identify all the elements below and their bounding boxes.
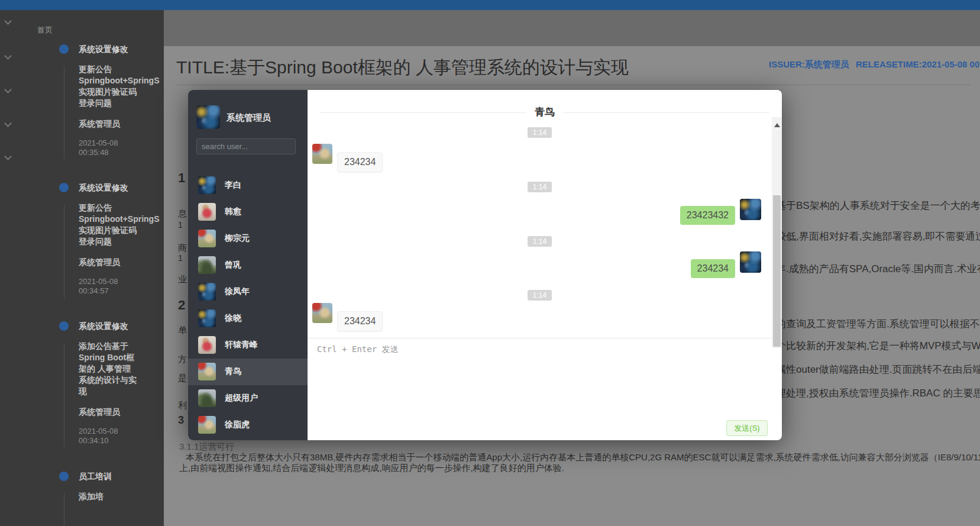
- user-list-item-李白[interactable]: 李白: [188, 172, 308, 199]
- timeline-item-title: 系统设置修改: [79, 183, 164, 193]
- user-avatar: [198, 230, 216, 247]
- user-list-item-柳宗元[interactable]: 柳宗元: [188, 225, 308, 252]
- article-text-fragment: 2: [178, 298, 185, 313]
- article-paragraph-line: 本系统在打包之后整体大小只有38MB,硬件内存需求相当于一个移动端的普通App大…: [186, 452, 980, 463]
- input-area-divider: [308, 338, 772, 338]
- article-title: TITLE:基于Spring Boot框架的 人事管理系统的设计与实现: [176, 56, 629, 80]
- article-text-fragment: 年.成熟的产品有SPA,Oracle等.国内而言.术业有专攻.不同: [776, 262, 980, 276]
- user-list-item-徐晓[interactable]: 徐晓: [188, 305, 308, 332]
- user-avatar: [198, 203, 216, 221]
- timeline-date-line: 2021-05-08: [79, 138, 164, 148]
- user-list-item-轩辕青峰[interactable]: 轩辕青峰: [188, 332, 308, 359]
- timeline-body-line: 更新公告: [79, 64, 164, 75]
- current-user-name: 系统管理员: [227, 112, 271, 124]
- article-paragraph-line: 上,由前端视图操作通知,结合后端逻辑处理消息构成,响应用户的每一步操作,构建了良…: [179, 463, 564, 474]
- scroll-up-icon[interactable]: [774, 123, 780, 127]
- user-name: 徐晓: [225, 313, 241, 324]
- user-avatar: [198, 256, 216, 274]
- timeline-body-line: 实现图片验证码: [79, 86, 164, 98]
- timeline-dot: [59, 44, 69, 54]
- timeline-dot: [59, 472, 69, 481]
- article-text-fragment: 属性outer做前端路由处理.页面跳转不在由后端处理,前后端: [776, 363, 980, 376]
- message-timestamp: 1:14: [528, 236, 552, 247]
- timeline-date-line: 2021-05-08: [79, 277, 164, 286]
- timeline-body-line: 现: [79, 386, 164, 397]
- article-text-fragment: 方: [178, 354, 187, 365]
- timeline-line: [64, 205, 64, 298]
- timeline-item-body: 添加公告基于Spring Boot框架的 人事管理系统的设计与实现: [79, 341, 164, 397]
- chat-scrollbar-thumb[interactable]: [773, 195, 781, 347]
- user-list-item-青鸟[interactable]: 青鸟: [188, 359, 308, 385]
- user-name: 轩辕青峰: [225, 340, 258, 350]
- article-text-fragment: 3: [178, 414, 184, 427]
- timeline-item-title: 员工培训: [79, 472, 164, 482]
- chat-peer-title: 青鸟: [526, 105, 563, 119]
- timeline-dot: [59, 183, 69, 192]
- chevron-down-icon[interactable]: [4, 52, 12, 60]
- user-list-item-韩愈[interactable]: 韩愈: [188, 199, 308, 225]
- user-list-item-曾巩[interactable]: 曾巩: [188, 252, 308, 279]
- timeline-date-line: 00:34:10: [79, 436, 164, 446]
- article-text-fragment: 是: [178, 373, 187, 384]
- send-button[interactable]: 发送(S): [726, 420, 768, 436]
- user-name: 青鸟: [225, 366, 241, 377]
- message-timestamp: 1:14: [528, 127, 552, 138]
- title-divider: [176, 85, 970, 85]
- timeline-date-line: 00:34:57: [79, 286, 164, 296]
- user-list-item-徐凤年[interactable]: 徐凤年: [188, 279, 308, 305]
- article-text-fragment: 息: [178, 208, 187, 220]
- timeline-body-line: Springboot+SpringS: [79, 214, 164, 225]
- timeline-item-body: 添加培: [79, 491, 164, 502]
- home-menu-item[interactable]: 首页: [37, 25, 53, 36]
- article-text-fragment: 业: [178, 274, 187, 285]
- chevron-down-icon[interactable]: [4, 153, 12, 160]
- timeline-body-line: Springboot+SpringS: [79, 75, 164, 86]
- timeline-line: [64, 493, 64, 526]
- timeline-body-line: 更新公告: [79, 202, 164, 214]
- message-timestamp: 1:14: [528, 182, 552, 192]
- message-timestamp: 1:14: [528, 290, 552, 301]
- message-bubble: 234234: [337, 152, 383, 172]
- timeline-item-title: 系统设置修改: [79, 321, 164, 331]
- user-name: 超级用户: [225, 393, 258, 404]
- timeline-body-line: 添加公告基于: [79, 341, 164, 352]
- timeline-line: [64, 343, 64, 447]
- article-text-fragment: 1: [178, 253, 183, 263]
- chevron-down-icon[interactable]: [4, 86, 12, 93]
- timeline-item-date: 2021-05-0800:34:57: [79, 277, 164, 296]
- timeline-item-author: 系统管理员: [79, 407, 164, 417]
- user-name: 徐脂虎: [225, 419, 250, 430]
- article-text-fragment: 较低,界面相对好看,实施部署容易,即不需要通过SaaS平台: [776, 230, 980, 243]
- timeline-item-body: 更新公告Springboot+SpringS实现图片验证码登录问题: [79, 64, 164, 109]
- user-avatar: [198, 176, 216, 194]
- article-text-fragment: 的查询及工资管理等方面.系统管理可以根据不同的角色分配: [776, 317, 980, 331]
- timeline-body-line: 登录问题: [79, 98, 164, 109]
- message-avatar: [312, 144, 332, 164]
- message-input[interactable]: [310, 340, 724, 417]
- user-name: 李白: [225, 180, 241, 191]
- user-list-item-徐脂虎[interactable]: 徐脂虎: [188, 412, 308, 438]
- article-text-fragment: 理处理,授权由系统管理员操作.RBAC 的主要思想是：权限是: [776, 386, 980, 400]
- article-text-fragment: 1: [178, 170, 185, 186]
- user-list-item-超级用户[interactable]: 超级用户: [188, 385, 308, 412]
- current-user-avatar: [196, 105, 220, 129]
- message-avatar: [740, 251, 761, 273]
- search-user-input[interactable]: [196, 138, 296, 154]
- chevron-down-icon[interactable]: [4, 17, 12, 25]
- message-avatar: [740, 199, 761, 220]
- timeline-item: 系统设置修改更新公告Springboot+SpringS实现图片验证码登录问题系…: [79, 183, 164, 296]
- chevron-down-icon[interactable]: [4, 120, 12, 127]
- timeline-sidebar: 首页 系统设置修改更新公告Springboot+SpringS实现图片验证码登录…: [0, 10, 164, 526]
- chat-user-panel: 系统管理员 李白韩愈柳宗元曾巩徐凤年徐晓轩辕青峰青鸟超级用户徐脂虎: [188, 90, 308, 440]
- timeline-item-title: 系统设置修改: [79, 44, 164, 54]
- timeline-item-date: 2021-05-0800:35:48: [79, 138, 164, 157]
- user-avatar: [198, 283, 216, 301]
- user-avatar: [198, 336, 216, 354]
- user-avatar: [198, 309, 216, 327]
- timeline-date-line: 2021-05-08: [79, 427, 164, 436]
- timeline-body-line: Spring Boot框: [79, 352, 164, 363]
- timeline-item-date: 2021-05-0800:34:10: [79, 427, 164, 446]
- article-release-time: RELEASETIME:2021-05-08 00:3: [856, 59, 980, 69]
- article-issuer: ISSUER:系统管理员: [769, 59, 849, 70]
- timeline-body-line: 架的 人事管理: [79, 363, 164, 375]
